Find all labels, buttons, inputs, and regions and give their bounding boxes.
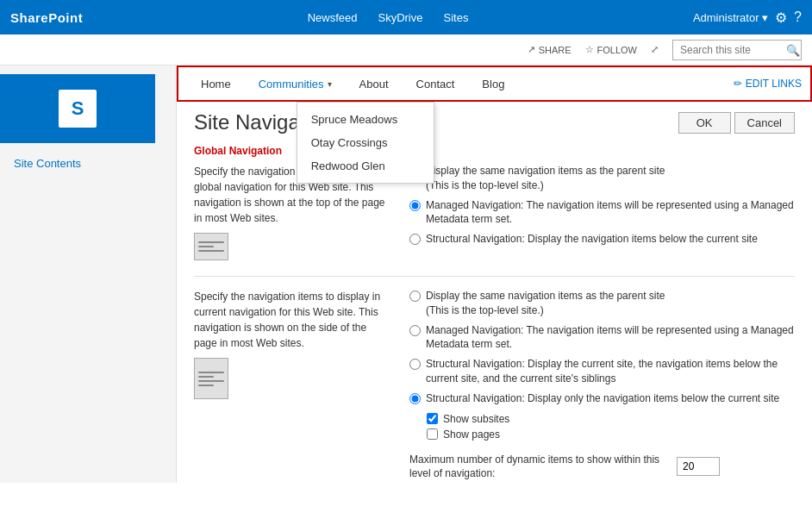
brand-logo: SharePoint <box>10 10 83 25</box>
page-title-row: Site Navigation Settings ℹ OK Cancel <box>194 110 795 134</box>
global-nav-section-title: Global Navigation <box>194 145 795 157</box>
global-nav-icon <box>194 233 228 260</box>
current-nav-icon <box>194 358 228 399</box>
edit-links-button[interactable]: ✏ EDIT LINKS <box>734 78 802 90</box>
max-items-row: Maximum number of dynamic items to show … <box>409 453 795 482</box>
current-nav-line-4 <box>198 385 214 386</box>
current-nav-checkboxes: Show subsites Show pages <box>427 413 795 441</box>
search-input[interactable] <box>672 40 802 60</box>
nav-line-2 <box>198 246 214 247</box>
dropdown-item-2[interactable]: Otay Crossings <box>297 131 434 154</box>
global-nav-option-2[interactable]: Managed Navigation: The navigation items… <box>409 198 795 228</box>
dropdown-item-3[interactable]: Redwood Glen <box>297 154 434 178</box>
nav-contact[interactable]: Contact <box>403 66 469 102</box>
current-nav-radio-4[interactable] <box>409 393 421 404</box>
follow-icon: ☆ <box>585 44 594 55</box>
current-nav-line-1 <box>198 372 224 373</box>
restore-button[interactable]: ⤢ <box>651 44 659 55</box>
current-nav-line-2 <box>198 376 214 378</box>
dropdown-item-1[interactable]: Spruce Meadows <box>297 108 434 131</box>
cancel-button[interactable]: Cancel <box>734 112 795 134</box>
global-nav-option-1[interactable]: Display the same navigation items as the… <box>409 164 795 193</box>
nav-communities[interactable]: Communities ▾ <box>245 66 346 102</box>
restore-icon: ⤢ <box>651 44 659 55</box>
nav-icon-lines <box>195 238 228 255</box>
top-nav-skydrive[interactable]: SkyDrive <box>369 11 431 24</box>
logo-letter: S <box>59 90 97 128</box>
section-divider <box>194 276 795 277</box>
nav-line-3 <box>198 250 224 252</box>
sidebar-item-site-contents[interactable]: Site Contents <box>0 152 176 175</box>
edit-icon: ✏ <box>734 78 742 90</box>
show-subsites-option[interactable]: Show subsites <box>427 413 795 425</box>
current-nav-option-3[interactable]: Structural Navigation: Display the curre… <box>409 357 795 386</box>
current-nav-radio-group: Display the same navigation items as the… <box>409 289 795 406</box>
top-nav-newsfeed[interactable]: Newsfeed <box>299 11 366 24</box>
top-bar: SharePoint Newsfeed SkyDrive Sites Admin… <box>0 0 812 34</box>
user-menu[interactable]: Administrator ▾ <box>693 11 768 24</box>
global-nav-radio-3[interactable] <box>409 234 421 245</box>
sidebar: S Site Contents <box>0 66 177 483</box>
main-layout: S Site Contents Home Communities ▾ <box>0 66 812 483</box>
global-nav-section: Specify the navigation items to display … <box>194 164 795 264</box>
nav-about[interactable]: About <box>346 66 403 102</box>
site-logo: S <box>0 74 155 143</box>
current-nav-radio-2[interactable] <box>409 325 421 336</box>
current-nav-section: Specify the navigation items to display … <box>194 289 795 481</box>
settings-icon[interactable]: ⚙ <box>775 9 787 26</box>
current-nav-option-2[interactable]: Managed Navigation: The navigation items… <box>409 323 795 353</box>
global-nav-radio-group: Display the same navigation items as the… <box>409 164 795 247</box>
sub-bar: ↗ SHARE ☆ FOLLOW ⤢ 🔍 <box>0 34 812 66</box>
current-nav-option-1[interactable]: Display the same navigation items as the… <box>409 289 795 318</box>
current-nav-line-3 <box>198 380 224 382</box>
content-area: Home Communities ▾ Spruce Meadows Otay C… <box>177 66 812 483</box>
search-container: 🔍 <box>672 40 802 60</box>
site-nav: Home Communities ▾ Spruce Meadows Otay C… <box>187 66 802 102</box>
chevron-down-icon: ▾ <box>328 79 332 89</box>
show-subsites-checkbox[interactable] <box>427 413 438 424</box>
show-pages-option[interactable]: Show pages <box>427 428 795 441</box>
current-nav-desc: Specify the navigation items to display … <box>194 289 392 351</box>
action-buttons: OK Cancel <box>678 112 795 134</box>
current-nav-radio-1[interactable] <box>409 291 421 302</box>
global-nav-radio-2[interactable] <box>409 200 421 211</box>
top-nav: Newsfeed SkyDrive Sites <box>299 11 478 24</box>
nav-home[interactable]: Home <box>187 66 245 102</box>
nav-communities-container: Communities ▾ Spruce Meadows Otay Crossi… <box>245 66 346 102</box>
global-nav-option-3[interactable]: Structural Navigation: Display the navig… <box>409 232 795 247</box>
follow-button[interactable]: ☆ FOLLOW <box>585 44 637 55</box>
communities-dropdown: Spruce Meadows Otay Crossings Redwood Gl… <box>297 102 434 184</box>
help-icon[interactable]: ? <box>794 9 802 25</box>
ok-button[interactable]: OK <box>678 112 731 134</box>
nav-blog[interactable]: Blog <box>468 66 518 102</box>
current-nav-option-4[interactable]: Structural Navigation: Display only the … <box>409 391 795 406</box>
top-bar-right: Administrator ▾ ⚙ ? <box>693 9 802 26</box>
share-icon: ↗ <box>528 44 535 55</box>
search-button[interactable]: 🔍 <box>786 43 800 56</box>
show-pages-checkbox[interactable] <box>427 428 438 440</box>
nav-line-1 <box>198 241 224 243</box>
top-nav-sites[interactable]: Sites <box>435 11 478 24</box>
share-button[interactable]: ↗ SHARE <box>528 44 572 55</box>
current-nav-radio-3[interactable] <box>409 359 421 370</box>
current-nav-icon-lines <box>195 368 228 390</box>
current-nav-options: Display the same navigation items as the… <box>409 289 795 481</box>
current-nav-left: Specify the navigation items to display … <box>194 289 392 481</box>
max-items-input[interactable] <box>677 457 720 476</box>
global-nav-options: Display the same navigation items as the… <box>409 164 795 264</box>
